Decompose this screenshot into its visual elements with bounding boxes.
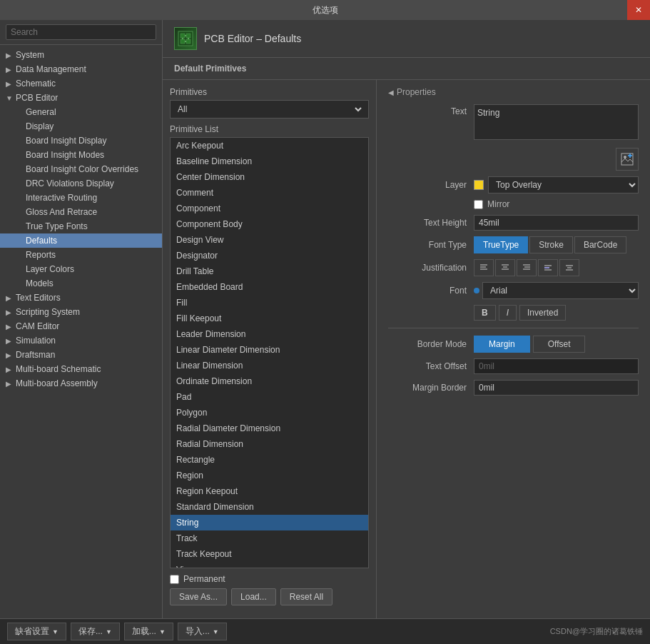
list-item[interactable]: Pad (171, 389, 368, 405)
italic-button[interactable]: I (499, 305, 517, 321)
list-item[interactable]: Ordinate Dimension (171, 373, 368, 389)
sidebar-item-pcb-editor[interactable]: ▼ PCB Editor (0, 91, 162, 105)
text-offset-input[interactable] (474, 358, 639, 374)
image-icon-row (388, 148, 639, 171)
list-item[interactable]: Embedded Board (171, 279, 368, 295)
sidebar-item-label: Scripting System (16, 307, 80, 317)
primitives-select[interactable]: All Component Track Via Pad (175, 104, 364, 115)
sidebar-item-layer-colors[interactable]: Layer Colors (0, 262, 162, 276)
list-item[interactable]: Designator (171, 248, 368, 263)
list-item[interactable]: Leader Dimension (171, 326, 368, 342)
que-she-button[interactable]: 缺省设置 ▼ (7, 623, 66, 640)
list-item[interactable]: Standard Dimension (171, 499, 368, 515)
list-item[interactable]: Via (171, 562, 368, 568)
sidebar-item-text-editors[interactable]: ▶ Text Editors (0, 291, 162, 305)
list-item[interactable]: Baseline Dimension (171, 154, 368, 169)
image-insert-button[interactable] (616, 148, 639, 171)
save-as-button[interactable]: Save As... (170, 588, 227, 605)
sidebar-item-data-management[interactable]: ▶ Data Management (0, 62, 162, 76)
sidebar-item-reports[interactable]: Reports (0, 248, 162, 262)
main-area: Primitives All Component Track Via Pad P… (163, 80, 650, 618)
sidebar-item-label: Board Insight Modes (26, 150, 104, 160)
reset-all-button[interactable]: Reset All (280, 588, 332, 605)
font-dropdown[interactable]: Arial Times New Roman Courier New (482, 282, 639, 299)
justify-top-left[interactable] (474, 259, 494, 276)
dao-ru-arrow: ▼ (213, 628, 219, 635)
bottom-bar-left: 缺省设置 ▼ 保存... ▼ 加载... ▼ 导入... ▼ (7, 623, 227, 640)
list-item[interactable]: Drill Table (171, 263, 368, 279)
list-item[interactable]: Comment (171, 185, 368, 201)
list-item-string[interactable]: String (171, 515, 368, 530)
dao-ru-button[interactable]: 导入... ▼ (178, 623, 227, 640)
permanent-checkbox[interactable] (170, 575, 179, 584)
font-select-row: Arial Times New Roman Courier New (474, 282, 639, 299)
border-margin-button[interactable]: Margin (474, 336, 530, 353)
list-item[interactable]: Arc Keepout (171, 138, 368, 154)
layer-dropdown[interactable]: Top Overlay Bottom Overlay Top Layer Bot… (488, 176, 639, 193)
sidebar-item-gloss-retrace[interactable]: Gloss And Retrace (0, 205, 162, 219)
sidebar-item-multiboard-assembly[interactable]: ▶ Multi-board Assembly (0, 376, 162, 391)
border-offset-button[interactable]: Offset (533, 336, 586, 353)
sidebar-item-scripting-system[interactable]: ▶ Scripting System (0, 305, 162, 319)
font-barcode-button[interactable]: BarCode (574, 236, 626, 253)
jia-zai-button[interactable]: 加载... ▼ (124, 623, 173, 640)
list-item[interactable]: Track (171, 530, 368, 546)
sidebar-item-cam-editor[interactable]: ▶ CAM Editor (0, 319, 162, 333)
sidebar-item-drc-violations[interactable]: DRC Violations Display (0, 176, 162, 191)
list-item[interactable]: Rectangle (171, 452, 368, 468)
bold-button[interactable]: B (474, 305, 496, 321)
list-item[interactable]: Component Body (171, 216, 368, 232)
sidebar-item-display[interactable]: Display (0, 119, 162, 134)
sidebar-item-true-type[interactable]: True Type Fonts (0, 219, 162, 233)
jia-zai-arrow: ▼ (159, 628, 166, 635)
justify-middle-center[interactable] (559, 259, 579, 276)
list-item[interactable]: Region (171, 468, 368, 483)
sidebar-item-board-insight-display[interactable]: Board Insight Display (0, 134, 162, 148)
sidebar-item-schematic[interactable]: ▶ Schematic (0, 76, 162, 91)
sidebar-item-system[interactable]: ▶ System (0, 48, 162, 62)
font-stroke-button[interactable]: Stroke (529, 236, 573, 253)
justify-top-center[interactable] (495, 259, 515, 276)
search-input[interactable] (6, 24, 156, 40)
sidebar-item-board-insight-modes[interactable]: Board Insight Modes (0, 148, 162, 162)
list-item[interactable]: Design View (171, 232, 368, 248)
list-item[interactable]: Region Keepout (171, 483, 368, 499)
margin-border-input[interactable] (474, 380, 639, 396)
expand-arrow: ▶ (6, 366, 16, 373)
sidebar-item-draftsman[interactable]: ▶ Draftsman (0, 348, 162, 362)
text-height-input[interactable] (474, 215, 639, 231)
justify-top-right[interactable] (517, 259, 537, 276)
primitive-list[interactable]: Arc Keepout Baseline Dimension Center Di… (170, 137, 369, 568)
list-item[interactable]: Linear Diameter Dimension (171, 342, 368, 358)
list-item[interactable]: Polygon (171, 405, 368, 421)
primitives-label: Primitives (170, 87, 369, 97)
list-item[interactable]: Fill (171, 295, 368, 311)
list-item[interactable]: Center Dimension (171, 169, 368, 185)
list-item[interactable]: Radial Dimension (171, 436, 368, 452)
bao-cun-button[interactable]: 保存... ▼ (71, 623, 120, 640)
sidebar-item-simulation[interactable]: ▶ Simulation (0, 333, 162, 348)
sidebar-item-models[interactable]: Models (0, 276, 162, 291)
sidebar-item-board-insight-color[interactable]: Board Insight Color Overrides (0, 162, 162, 176)
sidebar-item-general[interactable]: General (0, 105, 162, 119)
primitives-dropdown[interactable]: All Component Track Via Pad (170, 100, 369, 119)
inverted-button[interactable]: Inverted (519, 305, 566, 321)
text-row: Text String (388, 104, 639, 142)
font-truetype-button[interactable]: TrueType (474, 236, 528, 253)
load-button[interactable]: Load... (231, 588, 276, 605)
justify-middle-left[interactable] (538, 259, 558, 276)
sidebar-item-defaults[interactable]: Defaults (0, 233, 162, 248)
close-button[interactable]: ✕ (627, 0, 650, 20)
list-item[interactable]: Fill Keepout (171, 311, 368, 326)
sidebar-item-multiboard-schematic[interactable]: ▶ Multi-board Schematic (0, 362, 162, 376)
sidebar-item-label: General (26, 107, 56, 117)
list-item[interactable]: Track Keepout (171, 546, 368, 562)
font-color-indicator (474, 288, 479, 293)
sidebar-item-interactive-routing[interactable]: Interactive Routing (0, 191, 162, 205)
list-item[interactable]: Radial Diameter Dimension (171, 421, 368, 436)
font-label: Font (388, 286, 474, 296)
list-item[interactable]: Component (171, 201, 368, 216)
text-textarea[interactable]: String (474, 104, 639, 140)
mirror-checkbox[interactable] (474, 200, 483, 209)
list-item[interactable]: Linear Dimension (171, 358, 368, 373)
